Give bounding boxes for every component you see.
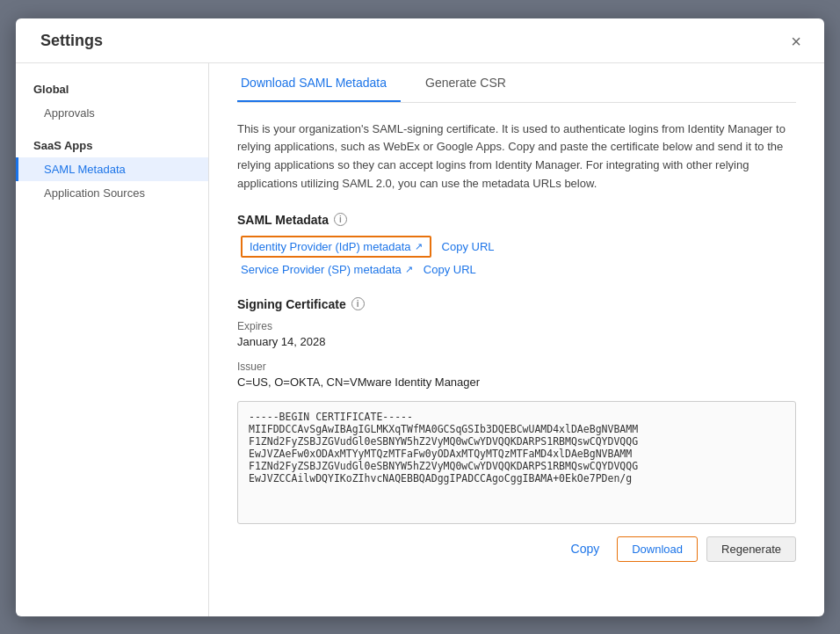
certificate-textarea[interactable]	[238, 402, 795, 523]
sp-metadata-link[interactable]: Service Provider (SP) metadata ↗	[241, 263, 413, 276]
signing-certificate-section: Signing Certificate i Expires January 14…	[237, 297, 796, 562]
modal-title: Settings	[40, 32, 103, 50]
expires-field: Expires January 14, 2028	[237, 320, 796, 348]
sidebar-section-saas-apps: SaaS Apps	[16, 134, 208, 157]
issuer-label: Issuer	[237, 361, 796, 373]
sp-copy-url-link[interactable]: Copy URL	[424, 263, 476, 276]
expires-value: January 14, 2028	[237, 335, 796, 348]
expires-label: Expires	[237, 320, 796, 332]
close-button[interactable]: ×	[786, 31, 807, 52]
idp-external-icon: ↗	[415, 241, 423, 252]
idp-metadata-link[interactable]: Identity Provider (IdP) metadata ↗	[241, 236, 431, 258]
sidebar-item-saml-metadata[interactable]: SAML Metadata	[16, 157, 208, 181]
download-button[interactable]: Download	[617, 536, 698, 562]
idp-copy-url-link[interactable]: Copy URL	[442, 240, 495, 253]
issuer-value: C=US, O=OKTA, CN=VMware Identity Manager	[237, 375, 796, 389]
main-content: Download SAML Metadata Generate CSR This…	[209, 63, 824, 616]
modal-header: Settings ×	[16, 18, 824, 63]
certificate-textarea-wrapper	[237, 401, 796, 524]
saml-metadata-section: SAML Metadata i Identity Provider (IdP) …	[237, 213, 796, 276]
sidebar-section-global: Global	[16, 77, 208, 101]
sp-external-icon: ↗	[405, 264, 413, 275]
tab-generate-csr[interactable]: Generate CSR	[422, 63, 520, 102]
issuer-field: Issuer C=US, O=OKTA, CN=VMware Identity …	[237, 361, 796, 389]
copy-button[interactable]: Copy	[562, 536, 609, 561]
idp-metadata-row: Identity Provider (IdP) metadata ↗ Copy …	[237, 236, 796, 258]
footer-actions: Copy Download Regenerate	[237, 524, 796, 562]
settings-modal: Settings × Global Approvals SaaS Apps SA…	[16, 18, 824, 616]
saml-metadata-info-icon: i	[334, 213, 347, 226]
saml-metadata-title: SAML Metadata i	[237, 213, 796, 227]
modal-body: Global Approvals SaaS Apps SAML Metadata…	[16, 63, 824, 616]
description-text: This is your organization's SAML-signing…	[237, 120, 796, 193]
signing-certificate-title: Signing Certificate i	[237, 297, 796, 311]
sidebar-item-approvals[interactable]: Approvals	[16, 101, 208, 125]
tab-download-saml[interactable]: Download SAML Metadata	[237, 63, 401, 102]
tabs-container: Download SAML Metadata Generate CSR	[237, 63, 796, 103]
regenerate-button[interactable]: Regenerate	[706, 536, 796, 562]
sp-metadata-row: Service Provider (SP) metadata ↗ Copy UR…	[237, 263, 796, 276]
sidebar-item-application-sources[interactable]: Application Sources	[16, 181, 208, 205]
signing-cert-info-icon: i	[351, 297, 365, 310]
sidebar: Global Approvals SaaS Apps SAML Metadata…	[16, 63, 209, 616]
